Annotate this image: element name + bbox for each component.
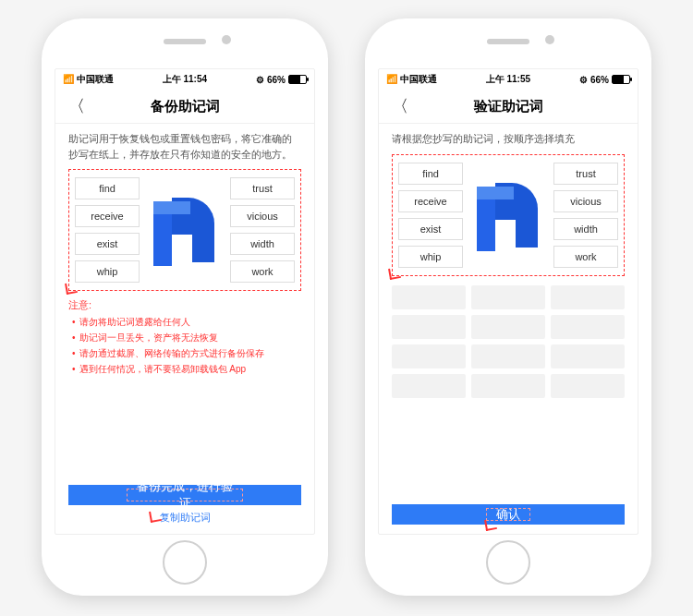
device-left: 📶 中国联通 上午 11:54 ⚙66% 〈 备份助记词 助记词用于恢复钱包或重…	[42, 18, 328, 596]
warning-item: 助记词一旦丢失，资产将无法恢复	[72, 330, 301, 345]
status-bar: 📶 中国联通 上午 11:55 ⚙66%	[379, 69, 638, 90]
back-icon[interactable]: 〈	[61, 91, 92, 121]
home-button[interactable]	[486, 540, 530, 585]
mnemonic-word: work	[230, 260, 295, 283]
answer-slot[interactable]	[471, 285, 545, 309]
mnemonic-word[interactable]: exist	[398, 218, 463, 240]
screen: 📶 中国联通 上午 11:54 ⚙66% 〈 备份助记词 助记词用于恢复钱包或重…	[55, 68, 315, 535]
mnemonic-word[interactable]: receive	[398, 190, 463, 212]
warning-list: 请勿将助记词透露给任何人 助记词一旦丢失，资产将无法恢复 请勿通过截屏、网络传输…	[68, 314, 301, 377]
battery-icon	[612, 75, 630, 84]
mnemonic-word: whip	[75, 260, 140, 283]
page-title: 验证助记词	[379, 98, 638, 115]
mnemonic-word[interactable]: whip	[398, 246, 463, 268]
clock-label: 上午 11:55	[486, 73, 530, 86]
app-logo-icon	[152, 194, 218, 266]
nav-bar: 〈 备份助记词	[55, 90, 314, 124]
warning-title: 注意:	[68, 298, 301, 312]
warning-item: 遇到任何情况，请不要轻易卸载钱包 App	[72, 361, 301, 377]
carrier-label: 📶 中国联通	[386, 73, 437, 86]
screen: 📶 中国联通 上午 11:55 ⚙66% 〈 验证助记词 请根据您抄写的助记词，…	[378, 68, 638, 535]
answer-slot[interactable]	[551, 344, 625, 368]
clock-label: 上午 11:54	[163, 73, 207, 86]
answer-slot[interactable]	[392, 315, 466, 339]
answer-slot[interactable]	[392, 374, 466, 398]
carrier-label: 📶 中国联通	[63, 73, 114, 86]
answer-slot[interactable]	[392, 285, 466, 309]
battery-label: 66%	[590, 75, 609, 85]
answer-slot[interactable]	[471, 315, 545, 339]
mnemonic-word[interactable]: width	[553, 218, 618, 240]
status-bar: 📶 中国联通 上午 11:54 ⚙66%	[55, 69, 314, 90]
copy-mnemonic-link[interactable]: 复制助记词	[68, 511, 301, 525]
answer-slot[interactable]	[551, 315, 625, 339]
mnemonic-word[interactable]: vicious	[553, 190, 618, 212]
answer-slot[interactable]	[551, 285, 625, 309]
mnemonic-word: trust	[230, 177, 295, 199]
mnemonic-word[interactable]: find	[398, 163, 463, 185]
nav-bar: 〈 验证助记词	[379, 90, 638, 124]
answer-slot[interactable]	[551, 374, 625, 398]
word-col-left: find receive exist whip	[75, 177, 140, 283]
mnemonic-word: vicious	[230, 205, 295, 227]
word-col-right: trust vicious width work	[230, 177, 295, 283]
mnemonic-word[interactable]: trust	[553, 163, 618, 185]
mnemonic-word: find	[75, 177, 140, 199]
mnemonic-panel: find receive exist whip trust vicious wi…	[68, 169, 301, 291]
instruction-text: 助记词用于恢复钱包或重置钱包密码，将它准确的抄写在纸上，并存放在只有你知道的安全…	[68, 131, 301, 162]
warning-item: 请勿通过截屏、网络传输的方式进行备份保存	[72, 345, 301, 361]
page-title: 备份助记词	[55, 98, 314, 115]
instruction-text: 请根据您抄写的助记词，按顺序选择填充	[392, 131, 625, 147]
warning-item: 请勿将助记词透露给任何人	[72, 314, 301, 330]
backup-done-button[interactable]: 备份完成，进行验证	[68, 485, 301, 505]
battery-icon	[288, 75, 307, 84]
mnemonic-word: receive	[75, 205, 140, 227]
answer-slots	[392, 285, 625, 398]
battery-label: 66%	[267, 75, 286, 85]
answer-slot[interactable]	[471, 374, 545, 398]
answer-slot[interactable]	[471, 344, 545, 368]
device-right: 📶 中国联通 上午 11:55 ⚙66% 〈 验证助记词 请根据您抄写的助记词，…	[365, 18, 651, 596]
mnemonic-word: exist	[75, 233, 140, 255]
back-icon[interactable]: 〈	[384, 91, 416, 121]
word-col-right: trust vicious width work	[553, 163, 618, 268]
mnemonic-word[interactable]: work	[553, 246, 618, 268]
answer-slot[interactable]	[392, 344, 466, 368]
mnemonic-word: width	[230, 233, 295, 255]
home-button[interactable]	[163, 540, 207, 585]
word-col-left: find receive exist whip	[398, 163, 463, 268]
app-logo-icon	[475, 179, 541, 251]
mnemonic-panel: find receive exist whip trust vicious wi…	[392, 154, 625, 276]
confirm-button[interactable]: 确认	[392, 504, 625, 525]
